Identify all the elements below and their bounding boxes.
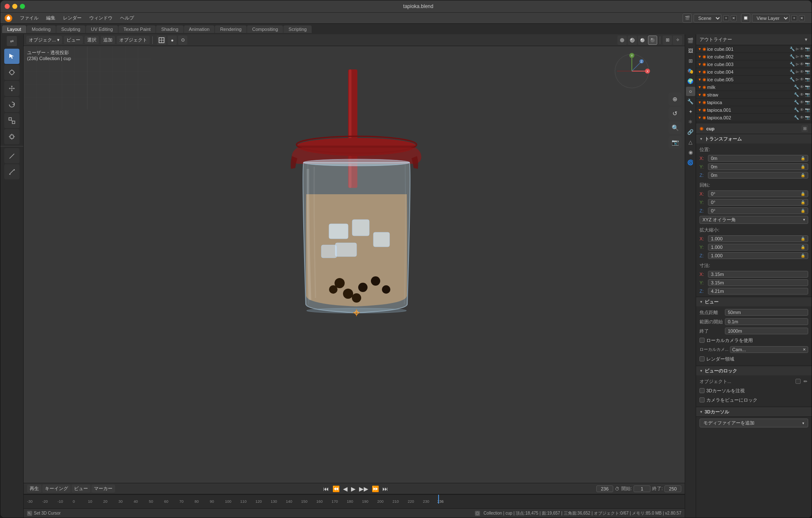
object-props-icon[interactable]: ○ [686, 87, 695, 96]
tab-uv-editing[interactable]: UV Editing [86, 25, 118, 33]
scene-remove-btn[interactable]: ✕ [731, 15, 737, 21]
render-mode-eevee[interactable] [648, 36, 657, 45]
tab-compositing[interactable]: Compositing [247, 25, 283, 33]
orbit-icon[interactable]: ↺ [669, 107, 681, 120]
viewport-canvas[interactable]: ユーザー・透視投影 (236) Collection | cup X [24, 46, 685, 483]
timeline-marker-menu[interactable]: マーカー [91, 485, 115, 493]
physics-props-icon[interactable]: ⚛ [686, 117, 695, 127]
zoom-icon[interactable]: 🔍 [669, 121, 681, 134]
object-lock-edit-btn[interactable]: ✏ [802, 378, 808, 384]
dim-z-value[interactable]: 4.21m [708, 288, 808, 295]
visibility-icon-2[interactable]: 🔧 [790, 62, 795, 66]
next-keyframe-btn[interactable]: ⏩ [371, 485, 380, 492]
outliner-item-tapioca-001[interactable]: ▼ ◉ tapioca.001 🔧 👁 📷 [696, 106, 812, 114]
rot-z-value[interactable]: 0° 🔒 [708, 207, 808, 214]
outliner-item-ice-cube-003[interactable]: ▼ ◉ ice cube.003 🔧 ⊳ 👁 📷 [696, 61, 812, 68]
view-layer-selector[interactable]: View Layer [752, 14, 790, 22]
outliner-item-straw[interactable]: ▼ ◉ straw 🔧 👁 📷 [696, 91, 812, 99]
add-modifier-btn[interactable]: モディファイアーを追加 ▾ [700, 419, 808, 427]
object-options-btn[interactable]: ⊞ [801, 125, 808, 132]
eye-icon-4[interactable]: 👁 [800, 77, 804, 82]
tab-layout[interactable]: Layout [2, 25, 26, 33]
annotate-tool[interactable] [4, 148, 19, 163]
modifier-icon-9[interactable]: 🔧 [794, 115, 799, 120]
menu-file[interactable]: ファイル [16, 14, 42, 22]
viewport-select-menu[interactable]: 選択 [85, 36, 99, 44]
constraints-props-icon[interactable]: 🔗 [686, 127, 695, 137]
rot-y-value[interactable]: 0° 🔒 [708, 199, 808, 206]
outliner-item-tapioca-002[interactable]: ▼ ◉ tapioca.002 🔧 👁 📷 [696, 114, 812, 121]
restrict-icon-3[interactable]: ⊳ [796, 69, 799, 74]
scene-props-icon[interactable]: 🎭 [686, 66, 695, 76]
outliner-item-ice-cube-004[interactable]: ▼ ◉ ice cube.004 🔧 ⊳ 👁 📷 [696, 68, 812, 76]
eye-icon-3[interactable]: 👁 [800, 69, 804, 74]
view-lock-header[interactable]: ▼ ビューのロック [696, 366, 812, 375]
render-mode-solid[interactable] [617, 36, 627, 45]
data-props-icon[interactable]: △ [686, 138, 695, 147]
select-tool[interactable] [4, 49, 19, 64]
tab-modeling[interactable]: Modeling [27, 25, 56, 33]
render-mode-rendered[interactable] [638, 36, 647, 45]
render-vis-icon-9[interactable]: 📷 [805, 115, 810, 120]
outliner-item-milk[interactable]: ▼ ◉ milk 🔧 👁 📷 [696, 83, 812, 91]
pos-z-value[interactable]: 0m 🔒 [708, 172, 808, 179]
rotate-tool[interactable] [4, 97, 19, 112]
view-layer-remove-btn[interactable]: ✕ [799, 15, 805, 21]
scale-z-value[interactable]: 1.000 🔒 [708, 252, 808, 259]
scale-y-value[interactable]: 1.000 🔒 [708, 244, 808, 251]
modifier-icon-8[interactable]: 🔧 [794, 107, 799, 112]
tab-shading[interactable]: Shading [156, 25, 183, 33]
render-vis-icon-4[interactable]: 📷 [805, 77, 810, 82]
view-layer-props-icon[interactable]: ⊞ [686, 56, 695, 66]
menu-render[interactable]: レンダー [60, 14, 85, 22]
object-lock-color-btn[interactable] [796, 379, 801, 384]
render-vis-icon-7[interactable]: 📷 [805, 100, 810, 105]
cursor-3d-checkbox[interactable] [700, 388, 705, 393]
viewport-shading-solid[interactable]: ● [167, 36, 177, 45]
transform-tool[interactable] [4, 129, 19, 144]
cam-close-icon[interactable]: ✕ [803, 347, 806, 352]
restrict-icon-2[interactable]: ⊳ [796, 62, 799, 66]
transform-header[interactable]: ▼ トランスフォーム [696, 134, 812, 143]
prev-keyframe-btn[interactable]: ⏪ [332, 485, 340, 492]
start-frame-input[interactable] [634, 485, 650, 492]
viewport-view-menu[interactable]: ビュー [64, 36, 83, 44]
modifier-props-icon[interactable]: 🔧 [686, 97, 695, 106]
viewport-add-menu[interactable]: 追加 [101, 36, 115, 44]
jump-to-end-btn[interactable]: ⏭ [381, 485, 389, 492]
outliner-item-ice-cube-005[interactable]: ▼ ◉ ice cube.005 🔧 ⊳ 👁 📷 [696, 76, 812, 83]
minimize-button[interactable] [12, 4, 17, 9]
clip-start-value[interactable]: 0.1m [725, 318, 808, 325]
visibility-icon-0[interactable]: 🔧 [790, 47, 795, 51]
eye-icon-0[interactable]: 👁 [800, 47, 804, 51]
restrict-icon-0[interactable]: ⊳ [796, 47, 799, 51]
eye-icon-1[interactable]: 👁 [800, 54, 804, 59]
visibility-icon-1[interactable]: 🔧 [790, 54, 795, 59]
pos-y-value[interactable]: 0m 🔒 [708, 163, 808, 170]
mode-icon[interactable]: ⇄ [7, 36, 17, 46]
camera-lock-checkbox[interactable] [700, 397, 705, 402]
timeline-keying-menu[interactable]: キーイング [42, 485, 71, 493]
step-back-btn[interactable]: ◀ [342, 485, 348, 492]
cam-value[interactable]: Cam... ✕ [730, 346, 808, 353]
eye-icon-5[interactable]: 👁 [800, 85, 804, 89]
render-vis-icon-2[interactable]: 📷 [805, 62, 810, 66]
end-frame-input[interactable] [664, 485, 681, 492]
modifier-icon-6[interactable]: 🔧 [794, 92, 799, 97]
tab-rendering[interactable]: Rendering [215, 25, 247, 33]
maximize-button[interactable] [20, 4, 25, 9]
menu-help[interactable]: ヘルプ [117, 14, 137, 22]
cursor-tool[interactable] [4, 65, 19, 80]
pos-x-value[interactable]: 0m 🔒 [708, 155, 808, 162]
shader-props-icon[interactable]: 🌀 [686, 158, 695, 167]
timeline-playback-menu[interactable]: 再生 [27, 485, 41, 493]
eye-icon-8[interactable]: 👁 [800, 107, 804, 112]
focal-value[interactable]: 50mm [725, 309, 808, 316]
outliner-item-ice-cube-002[interactable]: ▼ ◉ ice cube.002 🔧 ⊳ 👁 📷 [696, 53, 812, 61]
world-props-icon[interactable]: 🌍 [686, 77, 695, 86]
scene-add-btn[interactable]: + [723, 15, 729, 21]
tab-texture-paint[interactable]: Texture Paint [118, 25, 156, 33]
visibility-icon-3[interactable]: 🔧 [790, 69, 795, 74]
rot-x-value[interactable]: 0° 🔒 [708, 190, 808, 197]
tab-sculpting[interactable]: Sculpting [56, 25, 85, 33]
